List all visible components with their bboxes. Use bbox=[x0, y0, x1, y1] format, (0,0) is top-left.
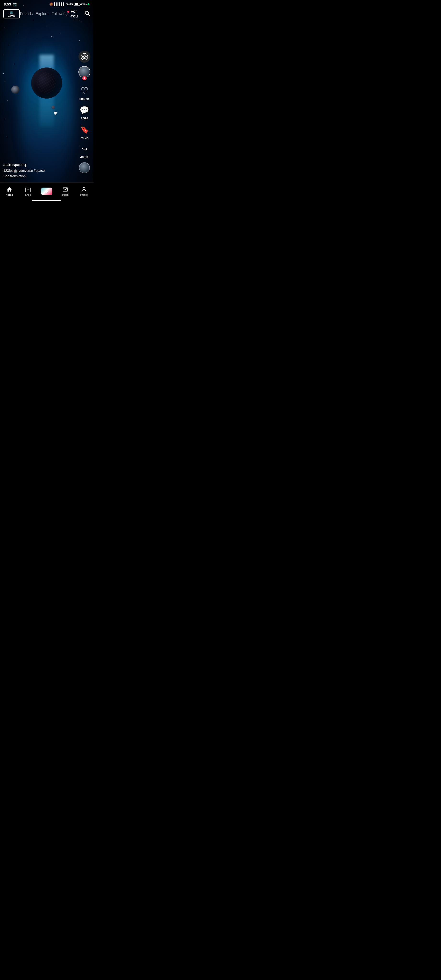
likes-item: ♡ 508.7K bbox=[78, 85, 90, 101]
status-right: 🔕 ▌▌▌▌▌ WiFi 71% bbox=[49, 2, 89, 6]
shares-item: ↪ 40.6K bbox=[78, 143, 90, 159]
inbox-icon bbox=[62, 186, 68, 192]
main-planet bbox=[31, 67, 62, 99]
nav-inbox[interactable]: Inbox bbox=[56, 186, 75, 196]
home-icon bbox=[6, 186, 13, 192]
caption-text: 123fps🤖 #universe #space bbox=[3, 169, 75, 173]
bookmark-icon: 🔖 bbox=[80, 126, 89, 134]
captions-item bbox=[78, 51, 90, 63]
live-label: LIVE bbox=[8, 14, 16, 18]
home-label: Home bbox=[6, 193, 13, 196]
nav-create[interactable] bbox=[37, 188, 56, 195]
captions-icon bbox=[81, 53, 88, 60]
like-button[interactable]: ♡ bbox=[78, 85, 90, 97]
nav-profile[interactable]: Profile bbox=[75, 186, 93, 196]
live-button[interactable]: 📺 LIVE bbox=[3, 10, 20, 18]
svg-line-1 bbox=[88, 14, 90, 16]
see-translation[interactable]: See translation bbox=[3, 174, 75, 178]
nav-home[interactable]: Home bbox=[0, 186, 19, 196]
likes-count: 508.7K bbox=[79, 97, 89, 101]
battery-display: 71% bbox=[74, 2, 89, 6]
live-icon: 📺 bbox=[10, 10, 14, 14]
nav-shop[interactable]: Shop bbox=[19, 186, 37, 196]
bookmarks-count: 74.9K bbox=[80, 136, 89, 140]
share-icon: ↪ bbox=[82, 145, 87, 153]
tiny-planet bbox=[51, 106, 55, 109]
nav-indicator bbox=[32, 200, 61, 201]
status-bar: 8:53 📷 🔕 ▌▌▌▌▌ WiFi 71% bbox=[0, 0, 93, 7]
following-notif-dot bbox=[67, 11, 69, 13]
bottom-navigation: Home Shop Inbox bbox=[0, 182, 93, 202]
right-sidebar: + ♡ 508.7K 💬 3,593 🔖 74.9K ↪ bbox=[78, 51, 90, 173]
profile-icon bbox=[81, 186, 87, 192]
time: 8:53 bbox=[4, 2, 11, 6]
comments-count: 3,593 bbox=[81, 116, 89, 120]
small-moon bbox=[11, 86, 19, 94]
nav-following-label: Following bbox=[51, 12, 68, 16]
search-icon bbox=[84, 10, 90, 16]
shares-count: 40.6K bbox=[80, 155, 89, 159]
battery-icon bbox=[74, 3, 80, 6]
nav-links: Friends Explore Following For You bbox=[20, 9, 84, 19]
profile-label: Profile bbox=[80, 193, 87, 196]
nav-for-you[interactable]: For You bbox=[71, 9, 84, 19]
video-caption: astrospaceq 123fps🤖 #universe #space See… bbox=[3, 163, 75, 178]
comment-button[interactable]: 💬 bbox=[78, 104, 90, 116]
signal-icon: ▌▌▌▌▌ bbox=[54, 2, 65, 6]
wifi-icon: WiFi bbox=[67, 2, 73, 6]
shop-label: Shop bbox=[25, 193, 31, 196]
caption-username[interactable]: astrospaceq bbox=[3, 163, 75, 167]
shop-icon bbox=[25, 186, 31, 192]
svg-point-4 bbox=[83, 187, 85, 189]
follow-badge[interactable]: + bbox=[82, 76, 87, 81]
create-button[interactable] bbox=[41, 188, 52, 195]
bookmarks-item: 🔖 74.9K bbox=[78, 124, 90, 140]
comment-icon: 💬 bbox=[79, 105, 89, 115]
green-dot bbox=[87, 3, 89, 5]
nav-following[interactable]: Following bbox=[51, 12, 68, 16]
captions-button[interactable] bbox=[78, 51, 90, 63]
comments-item: 💬 3,593 bbox=[78, 104, 90, 120]
top-navigation: 📺 LIVE Friends Explore Following For You bbox=[0, 9, 93, 19]
share-button[interactable]: ↪ bbox=[78, 143, 90, 155]
music-disc-item bbox=[79, 162, 90, 173]
mute-icon: 🔕 bbox=[49, 2, 53, 6]
camera-icon: 📷 bbox=[13, 2, 17, 6]
heart-icon: ♡ bbox=[81, 86, 88, 96]
music-disc bbox=[79, 162, 90, 173]
nav-explore[interactable]: Explore bbox=[36, 12, 49, 16]
inbox-label: Inbox bbox=[62, 193, 69, 196]
battery-percent: 71% bbox=[81, 2, 87, 6]
bookmark-button[interactable]: 🔖 bbox=[78, 124, 90, 135]
search-button[interactable] bbox=[84, 10, 90, 18]
status-left: 8:53 📷 bbox=[4, 2, 17, 6]
author-avatar-item: + bbox=[78, 66, 90, 80]
nav-friends[interactable]: Friends bbox=[20, 12, 33, 16]
